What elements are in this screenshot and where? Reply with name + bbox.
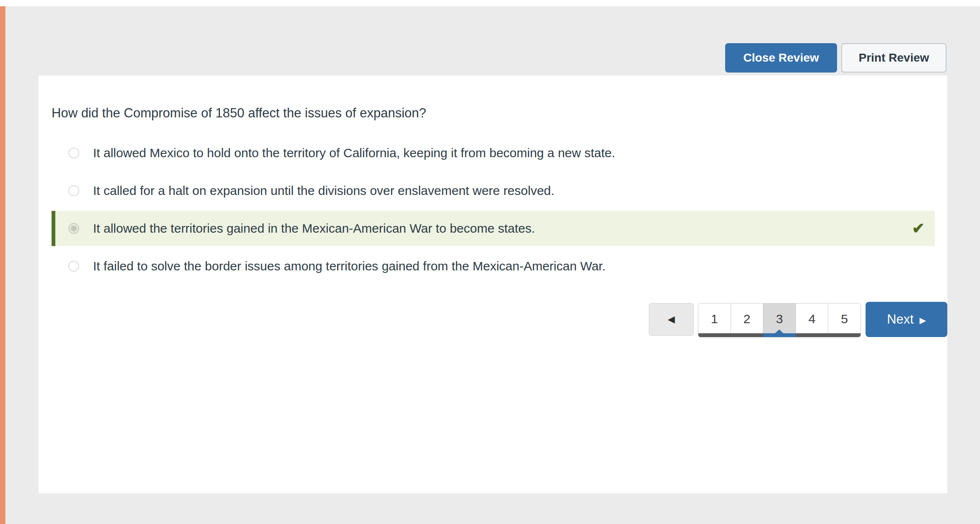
active-page-indicator [763,333,796,337]
pagination-underline-bar [698,333,861,337]
answer-option-selected-correct[interactable]: It allowed the territories gained in the… [52,211,935,246]
top-bar [0,0,980,6]
page-button-4[interactable]: 4 [796,304,829,334]
page-button-1[interactable]: 1 [698,304,731,334]
next-page-button[interactable]: Next ▶ [866,302,947,337]
next-arrow-icon: ▶ [920,314,926,325]
pagination: 1 2 3 4 5 [698,303,861,337]
question-review-card: How did the Compromise of 1850 affect th… [39,75,947,493]
print-review-button[interactable]: Print Review [841,43,946,73]
answer-option-label: It called for a halt on expansion until … [93,184,555,198]
page-button-2[interactable]: 2 [731,304,764,334]
answer-option-label: It allowed Mexico to hold onto the terri… [93,146,615,160]
answer-options-list: It allowed Mexico to hold onto the terri… [52,135,935,284]
next-button-label: Next [887,312,914,327]
answer-option-label: It allowed the territories gained in the… [93,221,535,236]
answer-option[interactable]: It allowed Mexico to hold onto the terri… [52,135,935,171]
radio-button-selected-icon[interactable] [68,223,79,234]
answer-option-label: It failed to solve the border issues amo… [93,259,606,273]
answer-option[interactable]: It failed to solve the border issues amo… [52,249,935,284]
active-page-notch [775,329,783,333]
previous-arrow-icon: ◀ [668,314,675,325]
close-review-button[interactable]: Close Review [725,43,837,73]
page-button-5[interactable]: 5 [828,304,861,334]
correct-check-icon: ✔ [912,221,925,236]
radio-button-icon[interactable] [68,185,79,196]
side-accent-strip [0,6,5,524]
answer-option[interactable]: It called for a halt on expansion until … [52,173,935,208]
radio-button-icon[interactable] [68,148,79,158]
radio-button-icon[interactable] [68,261,79,272]
question-text: How did the Compromise of 1850 affect th… [52,106,426,121]
previous-page-button[interactable]: ◀ [649,303,694,336]
